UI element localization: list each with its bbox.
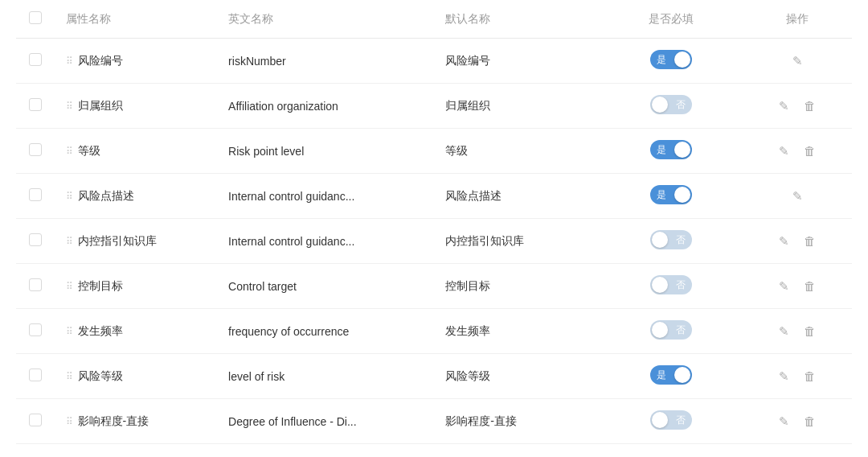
required-toggle-5[interactable]: 否 <box>650 230 692 249</box>
attr-name-2: 归属组织 <box>78 99 123 113</box>
edit-icon-4[interactable]: ✎ <box>789 187 806 205</box>
edit-icon-2[interactable]: ✎ <box>776 97 792 115</box>
default-name-3: 等级 <box>436 129 599 174</box>
default-name-5: 内控指引知识库 <box>436 219 599 264</box>
drag-handle-9[interactable]: ⠿ <box>66 416 73 427</box>
table-container: 属性名称 英文名称 默认名称 是否必填 操作 ⠿ 风险编号 riskNumber… <box>0 0 868 457</box>
drag-handle-5[interactable]: ⠿ <box>66 236 73 247</box>
select-all-checkbox[interactable] <box>29 11 42 24</box>
drag-handle-8[interactable]: ⠿ <box>66 371 73 382</box>
delete-icon-2[interactable]: 🗑 <box>800 97 819 114</box>
row-checkbox-5[interactable] <box>29 233 42 246</box>
row-checkbox-7[interactable] <box>29 323 42 336</box>
table-row: ⠿ 风险编号 riskNumber风险编号 是 ✎ <box>16 39 852 84</box>
en-name-5: Internal control guidanc... <box>219 219 436 264</box>
attr-name-8: 风险等级 <box>78 369 123 384</box>
edit-icon-9[interactable]: ✎ <box>776 413 792 430</box>
table-row: ⠿ 归属组织 Affiliation organization归属组织 否 ✎ … <box>16 84 852 129</box>
delete-icon-7[interactable]: 🗑 <box>800 323 819 340</box>
table-row: ⠿ 影响程度-直接 Degree of Influence - Di...影响程… <box>16 399 852 444</box>
attr-name-3: 等级 <box>78 144 100 159</box>
default-name-8: 风险等级 <box>436 354 599 399</box>
en-name-4: Internal control guidanc... <box>219 174 436 219</box>
default-name-9: 影响程度-直接 <box>436 399 599 444</box>
default-name-2: 归属组织 <box>436 84 599 129</box>
en-name-2: Affiliation organization <box>219 84 436 129</box>
table-row: ⠿ 内控指引知识库 Internal control guidanc...内控指… <box>16 219 852 264</box>
en-name-1: riskNumber <box>219 39 436 84</box>
row-checkbox-8[interactable] <box>29 368 42 381</box>
delete-icon-5[interactable]: 🗑 <box>800 233 819 249</box>
required-toggle-1[interactable]: 是 <box>650 50 692 69</box>
table-row: ⠿ 风险点描述 Internal control guidanc...风险点描述… <box>16 174 852 219</box>
attr-name-6: 控制目标 <box>78 279 123 294</box>
drag-handle-4[interactable]: ⠿ <box>66 191 73 202</box>
en-name-9: Degree of Influence - Di... <box>219 399 436 444</box>
header-name: 属性名称 <box>56 0 219 39</box>
row-checkbox-2[interactable] <box>29 98 42 111</box>
edit-icon-7[interactable]: ✎ <box>776 323 792 340</box>
row-checkbox-9[interactable] <box>29 414 42 426</box>
default-name-6: 控制目标 <box>436 264 599 309</box>
table-row: ⠿ 发生频率 frequency of occurrence发生频率 否 ✎ 🗑 <box>16 309 852 354</box>
attr-name-4: 风险点描述 <box>78 189 134 204</box>
required-toggle-7[interactable]: 否 <box>650 320 692 340</box>
edit-icon-8[interactable]: ✎ <box>776 368 792 385</box>
table-row: ⠿ 控制目标 Control target控制目标 否 ✎ 🗑 <box>16 264 852 309</box>
delete-icon-6[interactable]: 🗑 <box>800 278 819 294</box>
required-toggle-6[interactable]: 否 <box>650 275 692 294</box>
default-name-1: 风险编号 <box>436 39 599 84</box>
delete-icon-3[interactable]: 🗑 <box>800 142 819 159</box>
attr-name-9: 影响程度-直接 <box>78 414 149 429</box>
table-row: ⠿ 风险等级 level of risk风险等级 是 ✎ 🗑 <box>16 354 852 399</box>
header-check <box>16 0 56 39</box>
edit-icon-6[interactable]: ✎ <box>776 278 792 295</box>
drag-handle-2[interactable]: ⠿ <box>66 101 73 112</box>
drag-handle-7[interactable]: ⠿ <box>66 326 73 337</box>
attr-name-5: 内控指引知识库 <box>78 234 157 249</box>
edit-icon-5[interactable]: ✎ <box>776 233 792 250</box>
header-en-name: 英文名称 <box>219 0 436 39</box>
delete-icon-8[interactable]: 🗑 <box>800 368 819 385</box>
header-required: 是否必填 <box>599 0 743 39</box>
drag-handle-6[interactable]: ⠿ <box>66 281 73 292</box>
required-toggle-2[interactable]: 否 <box>650 95 692 114</box>
en-name-8: level of risk <box>219 354 436 399</box>
table-row: ⠿ 等级 Risk point level等级 是 ✎ 🗑 <box>16 129 852 174</box>
en-name-7: frequency of occurrence <box>219 309 436 354</box>
header-action: 操作 <box>743 0 852 39</box>
attributes-table: 属性名称 英文名称 默认名称 是否必填 操作 ⠿ 风险编号 riskNumber… <box>16 0 852 444</box>
en-name-3: Risk point level <box>219 129 436 174</box>
required-toggle-3[interactable]: 是 <box>650 140 692 159</box>
row-checkbox-6[interactable] <box>29 278 42 291</box>
attr-name-1: 风险编号 <box>78 54 123 68</box>
delete-icon-9[interactable]: 🗑 <box>800 413 819 430</box>
en-name-6: Control target <box>219 264 436 309</box>
table-body: ⠿ 风险编号 riskNumber风险编号 是 ✎ ⠿ 归属组织 Affilia… <box>16 39 852 444</box>
row-checkbox-1[interactable] <box>29 53 42 66</box>
table-header-row: 属性名称 英文名称 默认名称 是否必填 操作 <box>16 0 852 39</box>
edit-icon-1[interactable]: ✎ <box>789 52 806 70</box>
required-toggle-9[interactable]: 否 <box>650 410 692 430</box>
drag-handle-1[interactable]: ⠿ <box>66 56 73 67</box>
row-checkbox-4[interactable] <box>29 188 42 201</box>
required-toggle-8[interactable]: 是 <box>650 365 692 385</box>
attr-name-7: 发生频率 <box>78 324 123 339</box>
edit-icon-3[interactable]: ✎ <box>776 142 792 160</box>
default-name-4: 风险点描述 <box>436 174 599 219</box>
row-checkbox-3[interactable] <box>29 143 42 156</box>
drag-handle-3[interactable]: ⠿ <box>66 146 73 157</box>
header-default-name: 默认名称 <box>436 0 599 39</box>
default-name-7: 发生频率 <box>436 309 599 354</box>
required-toggle-4[interactable]: 是 <box>650 185 692 204</box>
